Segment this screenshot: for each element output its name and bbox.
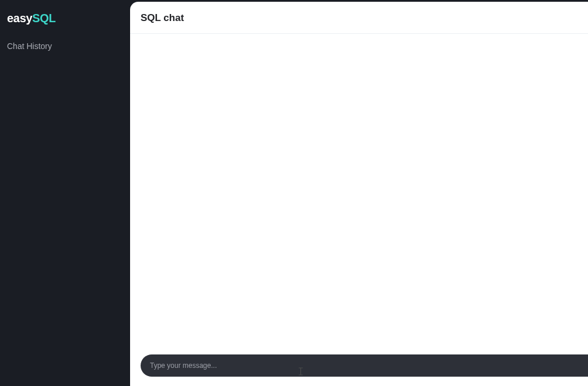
page-title: SQL chat: [141, 12, 578, 24]
message-input-bar[interactable]: [141, 354, 588, 377]
logo-text-primary: easy: [7, 12, 32, 25]
sidebar: easySQL Chat History: [0, 0, 130, 386]
logo-text-accent: SQL: [32, 12, 55, 25]
chat-history-heading: Chat History: [7, 41, 123, 51]
main-panel: SQL chat: [130, 2, 588, 386]
chat-messages-area: [130, 34, 588, 354]
message-input[interactable]: [150, 361, 579, 370]
input-bar-wrapper: [130, 354, 588, 386]
main-header: SQL chat: [130, 2, 588, 34]
app-logo: easySQL: [7, 12, 123, 25]
main-container: SQL chat: [130, 0, 588, 386]
